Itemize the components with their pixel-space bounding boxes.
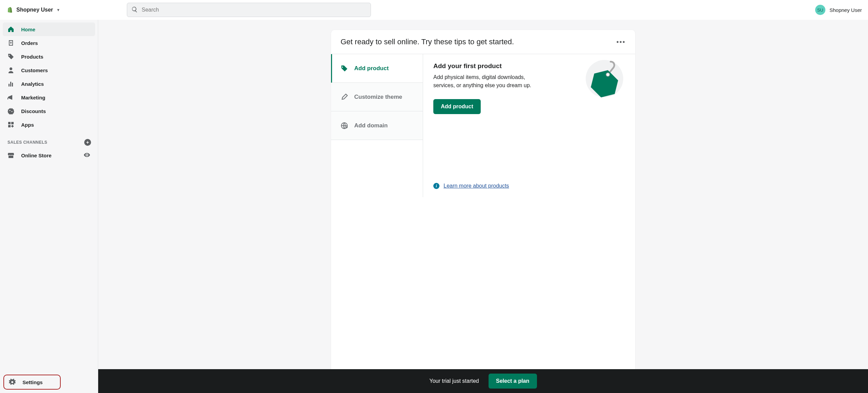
store-name: Shopney User — [16, 7, 53, 13]
product-tag-illustration — [584, 58, 625, 99]
tag-icon — [341, 65, 348, 72]
apps-icon — [8, 121, 14, 128]
sidebar-channel-online-store[interactable]: Online Store — [0, 148, 98, 162]
search-field[interactable] — [127, 3, 371, 17]
settings-button[interactable]: Settings — [3, 375, 61, 390]
sidebar-item-label: Discounts — [21, 108, 46, 114]
main-content: Get ready to sell online. Try these tips… — [98, 20, 868, 393]
info-icon: i — [433, 183, 439, 189]
step-label: Customize theme — [354, 94, 402, 100]
eye-icon[interactable] — [84, 152, 90, 159]
user-name: Shopney User — [829, 7, 862, 13]
learn-more-link[interactable]: Learn more about products — [444, 183, 509, 189]
search-icon — [131, 6, 138, 14]
brush-icon — [341, 93, 348, 101]
megaphone-icon — [8, 94, 14, 101]
sidebar-item-label: Orders — [21, 40, 38, 46]
sidebar-item-label: Home — [21, 27, 35, 32]
caret-down-icon: ▼ — [57, 8, 60, 12]
sidebar-item-label: Products — [21, 54, 43, 60]
step-label: Add domain — [354, 122, 388, 129]
step-detail: Add your first product Add physical item… — [423, 54, 635, 197]
sidebar-item-customers[interactable]: Customers — [3, 63, 95, 77]
card-more-button[interactable]: ••• — [616, 38, 626, 46]
settings-label: Settings — [23, 379, 43, 385]
sidebar: Home Orders Products Customers — [0, 20, 98, 393]
globe-icon — [341, 122, 348, 129]
step-add-product[interactable]: Add product — [331, 54, 423, 83]
shopify-logo-icon — [6, 6, 13, 13]
channel-label: Online Store — [21, 153, 51, 158]
step-label: Add product — [354, 65, 389, 72]
orders-icon — [8, 40, 14, 46]
trial-footer: Your trial just started Select a plan — [98, 369, 868, 393]
sidebar-item-apps[interactable]: Apps — [3, 118, 95, 131]
store-icon — [8, 152, 14, 159]
person-icon — [8, 67, 14, 74]
avatar: SU — [815, 5, 825, 15]
sidebar-item-label: Customers — [21, 67, 48, 73]
step-add-domain[interactable]: Add domain — [331, 111, 423, 140]
sidebar-item-orders[interactable]: Orders — [3, 36, 95, 50]
store-switcher[interactable]: Shopney User ▼ — [6, 6, 60, 13]
user-menu[interactable]: SU Shopney User — [815, 5, 862, 15]
add-channel-button[interactable]: + — [84, 139, 91, 146]
step-customize-theme[interactable]: Customize theme — [331, 83, 423, 111]
sidebar-item-label: Analytics — [21, 81, 44, 87]
gear-icon — [9, 379, 16, 386]
select-plan-button[interactable]: Select a plan — [489, 374, 537, 389]
onboarding-card: Get ready to sell online. Try these tips… — [331, 30, 635, 393]
sidebar-item-products[interactable]: Products — [3, 50, 95, 63]
onboarding-steps: Add product Customize theme Add domain — [331, 54, 423, 197]
detail-body: Add physical items, digital downloads, s… — [433, 73, 546, 90]
sidebar-item-marketing[interactable]: Marketing — [3, 91, 95, 104]
svg-point-2 — [606, 73, 610, 76]
discount-icon — [8, 108, 14, 114]
sidebar-item-label: Marketing — [21, 95, 45, 100]
sales-channels-header: SALES CHANNELS + — [0, 131, 98, 148]
trial-message: Your trial just started — [429, 378, 479, 384]
sidebar-item-discounts[interactable]: Discounts — [3, 104, 95, 118]
sidebar-item-analytics[interactable]: Analytics — [3, 77, 95, 91]
tag-icon — [8, 53, 14, 60]
analytics-icon — [8, 80, 14, 87]
search-input[interactable] — [141, 7, 366, 13]
add-product-button[interactable]: Add product — [433, 99, 481, 114]
sidebar-item-home[interactable]: Home — [3, 22, 95, 36]
sidebar-item-label: Apps — [21, 122, 34, 128]
home-icon — [8, 26, 14, 33]
card-title: Get ready to sell online. Try these tips… — [341, 37, 514, 46]
